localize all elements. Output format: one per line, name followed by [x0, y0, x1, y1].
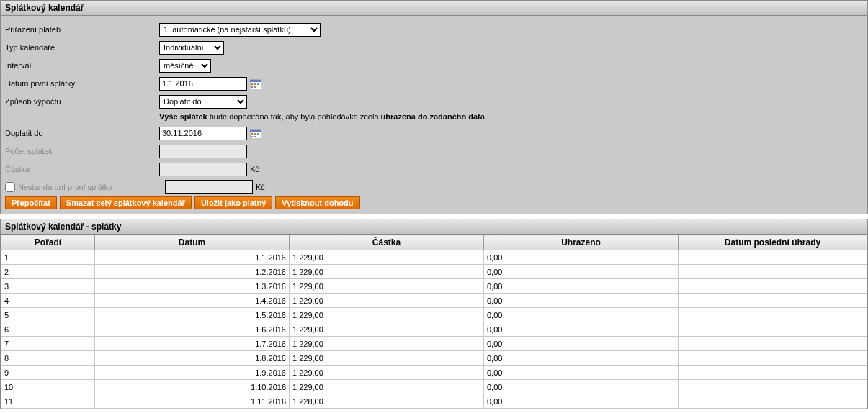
payment-calendar-panel: Splátkový kalendář Přiřazení plateb 1. a…	[0, 0, 868, 214]
svg-rect-2	[251, 83, 253, 85]
svg-rect-3	[254, 83, 256, 85]
select-payment-assignment[interactable]: 1. automatické (na nejstarší splátku)	[159, 23, 321, 37]
calculation-description: Výše splátek bude dopočítána tak, aby by…	[5, 112, 863, 121]
form-body: Přiřazení plateb 1. automatické (na nejs…	[1, 16, 867, 214]
label-nonstandard-first: Nestandardní první splátka	[18, 183, 156, 191]
payments-table: Pořadí Datum Částka Uhrazeno Datum posle…	[1, 235, 867, 409]
calendar-icon[interactable]	[250, 78, 261, 89]
cell-paid: 0,00	[484, 366, 679, 380]
table-row[interactable]: 61.6.20161 229,000,00	[1, 322, 867, 337]
cell-order: 7	[1, 337, 95, 351]
cell-last-payment-date	[679, 351, 867, 366]
table-row[interactable]: 51.5.20161 229,000,00	[1, 308, 867, 322]
cell-amount: 1 229,00	[290, 380, 484, 394]
select-interval[interactable]: měsíčně	[159, 59, 211, 73]
cell-date: 1.9.2016	[95, 366, 290, 380]
label-calculation-method: Způsob výpočtu	[5, 97, 159, 106]
cell-date: 1.1.2016	[95, 250, 290, 265]
svg-rect-10	[254, 133, 256, 135]
cell-amount: 1 229,00	[290, 279, 484, 294]
cell-amount: 1 229,00	[290, 294, 484, 308]
cell-date: 1.8.2016	[95, 351, 290, 366]
cell-amount: 1 229,00	[290, 351, 484, 366]
select-calculation-method[interactable]: Doplatit do	[159, 95, 247, 109]
cell-paid: 0,00	[484, 337, 679, 351]
save-as-valid-button[interactable]: Uložit jako platný	[194, 196, 272, 209]
svg-rect-1	[250, 80, 261, 82]
col-header-date[interactable]: Datum	[95, 235, 290, 250]
cell-amount: 1 229,00	[290, 322, 484, 337]
label-payment-count: Počet splátek	[5, 147, 159, 155]
cell-date: 1.7.2016	[95, 337, 290, 351]
cell-order: 4	[1, 294, 95, 308]
cell-paid: 0,00	[484, 294, 679, 308]
input-pay-until[interactable]	[159, 127, 247, 140]
table-row[interactable]: 31.3.20161 229,000,00	[1, 279, 867, 294]
cell-order: 3	[1, 279, 95, 294]
checkbox-nonstandard-first[interactable]	[5, 182, 15, 192]
svg-rect-13	[254, 136, 256, 137]
svg-rect-9	[251, 133, 253, 135]
print-agreement-button[interactable]: Vytisknout dohodu	[275, 196, 359, 209]
recalculate-button[interactable]: Přepočítat	[5, 196, 57, 209]
label-first-payment-date: Datum první splátky	[5, 79, 159, 88]
table-row[interactable]: 101.10.20161 229,000,00	[1, 380, 867, 394]
cell-paid: 0,00	[484, 250, 679, 265]
cell-last-payment-date	[679, 366, 867, 380]
cell-date: 1.5.2016	[95, 308, 290, 322]
calendar-icon[interactable]	[250, 128, 261, 139]
table-row[interactable]: 41.4.20161 229,000,00	[1, 294, 867, 308]
cell-last-payment-date	[679, 265, 867, 279]
table-row[interactable]: 21.2.20161 229,000,00	[1, 265, 867, 279]
cell-amount: 1 228,00	[290, 394, 484, 409]
cell-last-payment-date	[679, 294, 867, 308]
label-amount: Částka	[5, 165, 159, 173]
delete-calendar-button[interactable]: Smazat celý splátkový kalendář	[60, 196, 192, 209]
svg-rect-4	[257, 83, 259, 85]
cell-order: 8	[1, 351, 95, 366]
cell-date: 1.11.2016	[95, 394, 290, 409]
table-row[interactable]: 111.11.20161 228,000,00	[1, 394, 867, 409]
select-calendar-type[interactable]: Individuální	[159, 41, 224, 55]
cell-paid: 0,00	[484, 351, 679, 366]
cell-order: 1	[1, 250, 95, 265]
cell-paid: 0,00	[484, 265, 679, 279]
cell-paid: 0,00	[484, 308, 679, 322]
table-row[interactable]: 71.7.20161 229,000,00	[1, 337, 867, 351]
col-header-order[interactable]: Pořadí	[1, 235, 95, 250]
col-header-amount[interactable]: Částka	[290, 235, 484, 250]
cell-date: 1.10.2016	[95, 380, 290, 394]
cell-order: 5	[1, 308, 95, 322]
label-payment-assignment: Přiřazení plateb	[5, 25, 159, 34]
cell-last-payment-date	[679, 394, 867, 409]
cell-date: 1.3.2016	[95, 279, 290, 294]
cell-amount: 1 229,00	[290, 366, 484, 380]
svg-rect-5	[251, 86, 253, 88]
cell-date: 1.4.2016	[95, 294, 290, 308]
cell-date: 1.6.2016	[95, 322, 290, 337]
cell-last-payment-date	[679, 250, 867, 265]
currency-label: Kč	[250, 165, 259, 173]
cell-amount: 1 229,00	[290, 308, 484, 322]
cell-last-payment-date	[679, 308, 867, 322]
table-row[interactable]: 91.9.20161 229,000,00	[1, 366, 867, 380]
cell-order: 11	[1, 394, 95, 409]
cell-order: 9	[1, 366, 95, 380]
cell-last-payment-date	[679, 322, 867, 337]
col-header-paid[interactable]: Uhrazeno	[484, 235, 679, 250]
currency-label: Kč	[256, 183, 265, 191]
cell-paid: 0,00	[484, 322, 679, 337]
cell-last-payment-date	[679, 279, 867, 294]
cell-paid: 0,00	[484, 394, 679, 409]
cell-date: 1.2.2016	[95, 265, 290, 279]
input-payment-count	[159, 145, 247, 158]
table-row[interactable]: 11.1.20161 229,000,00	[1, 250, 867, 265]
panel-title: Splátkový kalendář	[1, 1, 867, 16]
input-first-payment-date[interactable]	[159, 77, 247, 91]
cell-order: 6	[1, 322, 95, 337]
col-header-last-payment-date[interactable]: Datum poslední úhrady	[679, 235, 867, 250]
table-row[interactable]: 81.8.20161 229,000,00	[1, 351, 867, 366]
cell-paid: 0,00	[484, 380, 679, 394]
cell-amount: 1 229,00	[290, 337, 484, 351]
svg-rect-12	[251, 136, 253, 137]
